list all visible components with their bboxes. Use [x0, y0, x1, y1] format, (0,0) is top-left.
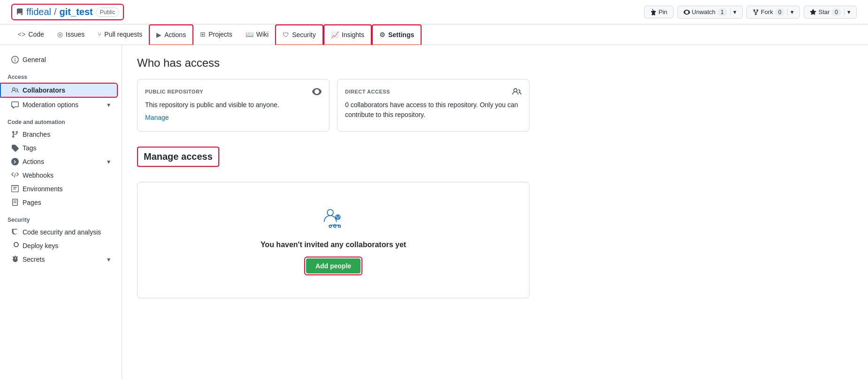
projects-icon: ⊞: [200, 31, 206, 38]
add-people-button[interactable]: Add people: [306, 258, 361, 273]
unwatch-caret[interactable]: ▾: [730, 8, 737, 16]
sidebar-code-automation-section: Code and automation: [0, 115, 122, 127]
secrets-expand-icon: ▾: [107, 256, 110, 263]
star-count: 0: [831, 8, 841, 16]
collab-empty-icon: [321, 205, 346, 229]
collab-empty-text: You haven't invited any collaborators ye…: [261, 241, 406, 249]
people-icon: [512, 87, 522, 96]
manage-link[interactable]: Manage: [145, 114, 169, 121]
repo-name[interactable]: git_test: [60, 7, 93, 17]
tab-actions[interactable]: ▶ Actions: [149, 24, 193, 45]
webhooks-icon: [11, 172, 19, 179]
direct-access-text: 0 collaborators have access to this repo…: [345, 100, 522, 120]
tab-pull-requests[interactable]: ⑂ Pull requests: [91, 25, 149, 45]
tab-security[interactable]: 🛡 Security: [275, 24, 323, 45]
deploy-keys-icon: [11, 242, 19, 250]
sidebar-item-general[interactable]: General: [4, 53, 118, 66]
sidebar: General Access Collaborators Moderation …: [0, 45, 122, 379]
sidebar-collaborators-label: Collaborators: [23, 86, 65, 94]
tab-actions-label: Actions: [164, 31, 186, 39]
direct-access-label: DIRECT ACCESS: [345, 89, 390, 94]
sidebar-access-section: Access: [0, 70, 122, 82]
public-repo-label: PUBLIC REPOSITORY: [145, 89, 203, 94]
sidebar-item-webhooks[interactable]: Webhooks: [4, 169, 118, 182]
tab-security-label: Security: [292, 31, 316, 39]
sidebar-item-tags[interactable]: Tags: [4, 141, 118, 155]
tab-issues[interactable]: ◎ Issues: [51, 25, 91, 45]
nav-tabs: <> Code ◎ Issues ⑂ Pull requests ▶ Actio…: [0, 24, 868, 45]
public-repo-header: PUBLIC REPOSITORY: [145, 87, 322, 96]
tab-insights[interactable]: 📈 Insights: [323, 24, 372, 45]
general-settings-icon: [11, 56, 19, 63]
tab-code[interactable]: <> Code: [11, 25, 51, 45]
pin-button[interactable]: Pin: [644, 6, 674, 18]
sidebar-item-moderation[interactable]: Moderation options ▾: [4, 98, 118, 111]
add-people-btn-wrap: Add people: [304, 257, 362, 275]
sidebar-item-actions[interactable]: Actions ▾: [4, 155, 118, 168]
actions-expand-icon: ▾: [107, 158, 110, 165]
manage-access-box: You haven't invited any collaborators ye…: [137, 182, 530, 298]
collaborators-icon: [11, 86, 19, 94]
manage-access-title: Manage access: [137, 147, 219, 167]
sidebar-tags-label: Tags: [23, 144, 37, 152]
tab-projects[interactable]: ⊞ Projects: [193, 25, 239, 45]
pages-icon: [11, 199, 19, 206]
pin-label: Pin: [659, 8, 668, 16]
tags-icon: [11, 144, 19, 152]
sidebar-environments-label: Environments: [23, 185, 63, 193]
star-caret[interactable]: ▾: [844, 8, 851, 16]
tab-projects-label: Projects: [208, 31, 232, 38]
unwatch-label: Unwatch: [692, 8, 716, 16]
sidebar-moderation-label: Moderation options: [23, 101, 78, 109]
tab-insights-label: Insights: [342, 31, 364, 39]
repo-owner[interactable]: ffideal: [26, 7, 51, 17]
manage-access-title-wrap: Manage access: [137, 147, 530, 174]
fork-label: Fork: [761, 8, 773, 16]
repo-sep: /: [54, 7, 57, 17]
sidebar-item-code-security[interactable]: Code security and analysis: [4, 226, 118, 239]
moderation-icon: [11, 101, 19, 109]
unwatch-button[interactable]: Unwatch 1 ▾: [677, 6, 743, 19]
sidebar-item-branches[interactable]: Branches: [4, 128, 118, 141]
wiki-icon: 📖: [246, 31, 253, 38]
sidebar-webhooks-label: Webhooks: [23, 172, 54, 179]
direct-access-header: DIRECT ACCESS: [345, 87, 522, 96]
tab-issues-label: Issues: [66, 31, 84, 38]
collab-icon-wrap: [321, 205, 346, 233]
gear-icon: ⚙: [379, 31, 385, 39]
sidebar-item-deploy-keys[interactable]: Deploy keys: [4, 239, 118, 252]
actions-sidebar-icon: [11, 158, 19, 165]
sidebar-pages-label: Pages: [23, 199, 41, 206]
fork-button[interactable]: Fork 0 ▾: [746, 6, 800, 19]
sidebar-item-environments[interactable]: Environments: [4, 182, 118, 195]
visibility-badge: Public: [96, 8, 120, 17]
top-bar-actions: Pin Unwatch 1 ▾ Fork 0 ▾ Star 0 ▾: [644, 6, 857, 19]
sidebar-item-collaborators[interactable]: Collaborators: [0, 83, 118, 98]
unwatch-count: 1: [717, 8, 727, 16]
fork-count: 0: [775, 8, 785, 16]
public-repo-text: This repository is public and visible to…: [145, 100, 322, 110]
fork-caret[interactable]: ▾: [787, 8, 794, 16]
star-button[interactable]: Star 0 ▾: [804, 6, 857, 19]
moderation-expand-icon: ▾: [107, 101, 110, 109]
code-security-icon: [11, 228, 19, 236]
environments-icon: [11, 185, 19, 193]
sidebar-branches-label: Branches: [23, 131, 50, 138]
top-bar: ffideal / git_test Public Pin Unwatch 1 …: [0, 0, 868, 24]
content-area: Who has access PUBLIC REPOSITORY This re…: [122, 45, 545, 379]
who-has-access-title: Who has access: [137, 56, 530, 70]
eye-card-icon: [312, 87, 322, 96]
fork-icon: [753, 9, 759, 16]
tab-settings[interactable]: ⚙ Settings: [372, 24, 422, 45]
security-icon: 🛡: [283, 31, 289, 39]
repo-icon: [16, 8, 23, 16]
tab-wiki[interactable]: 📖 Wiki: [239, 25, 275, 45]
tab-settings-label: Settings: [388, 31, 414, 39]
sidebar-item-secrets[interactable]: Secrets ▾: [4, 253, 118, 266]
tab-pr-label: Pull requests: [104, 31, 142, 38]
svg-point-0: [327, 210, 333, 216]
sidebar-item-pages[interactable]: Pages: [4, 196, 118, 209]
tab-code-label: Code: [28, 31, 44, 38]
actions-icon: ▶: [156, 31, 161, 39]
pr-icon: ⑂: [98, 31, 101, 38]
